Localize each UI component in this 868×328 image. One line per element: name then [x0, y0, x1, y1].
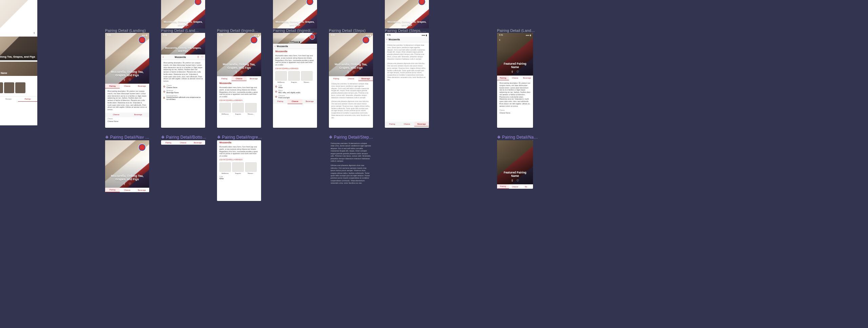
comp-ingredient: Mozzarella Mozzarella takes many forms, … [217, 140, 261, 201]
brand-card[interactable]: Tillamoo… [245, 162, 257, 174]
brands-label: USA MOZZARELLA BRANDS [273, 68, 317, 70]
heart-icon[interactable]: ♡ [240, 71, 243, 74]
chip[interactable] [4, 82, 14, 93]
brands-label: USA MOZZARELLA BRANDS [217, 100, 261, 102]
share-icon[interactable]: ⇧ [123, 182, 126, 186]
tab-cheese[interactable]: Cheese [399, 122, 414, 126]
tab-cheese-2[interactable]: Cheese [105, 112, 127, 117]
heart-icon[interactable]: ♡ [352, 71, 355, 74]
brands-label: USA MOZZARELLA BRANDS [217, 159, 261, 161]
meta-value: White [219, 178, 224, 180]
brand-row: BelGioioso Sargento Tillamoo… [217, 102, 261, 116]
brand-card[interactable]: Tillamoo… [245, 103, 257, 115]
tab-cheese[interactable]: Cheese [509, 76, 521, 80]
label-pd-landing2: Pairing Detail (Land… [161, 28, 199, 33]
tab-beverage[interactable]: Beverage [135, 188, 149, 192]
tab-beverage[interactable]: Beverage [246, 76, 261, 81]
section-tabs: Pairing Cheese Beverage [497, 76, 533, 80]
section-tabs: Pairing Cheese Beverage [217, 76, 261, 81]
nav-bar: ‹ Mozzarella [273, 44, 317, 49]
label-pd-steps2: Pairing Detail (Steps, … [385, 28, 426, 33]
heart-icon[interactable]: ♡ [129, 78, 131, 82]
tab-beverage-2[interactable]: Beverage [127, 112, 149, 117]
tab-pairing[interactable]: Pairing [161, 140, 176, 145]
accomp-meta[interactable]: AccompanimentGravida hendrerit sollicitu… [161, 94, 205, 101]
tab-be[interactable]: Be… [521, 184, 533, 189]
ingredient-desc: Mozzarella takes many forms, from fresh … [217, 144, 261, 159]
heart-icon[interactable]: ♡ [201, 56, 203, 59]
beverage-meta[interactable]: BeverageBeverage Name [161, 89, 205, 94]
ingredient-heading: Mozzarella [217, 81, 261, 85]
section-tabs: Pairing Cheese Be… [497, 184, 533, 189]
tab-beverage[interactable]: Beverage [302, 99, 317, 104]
share-icon[interactable]: ⇧ [511, 70, 514, 74]
tab-beverage[interactable]: Beverage [358, 76, 373, 81]
tab-beverage[interactable]: Beverage [135, 84, 149, 88]
cheese-meta[interactable]: CheeseCheese Name [161, 84, 205, 89]
tab-cheese[interactable]: Cheese [343, 76, 358, 81]
tab-cheese[interactable]: Cheese [176, 140, 190, 145]
cheese-hero-1[interactable]: Mozzarella, Oolong Tea, Grapes, and Figs [0, 37, 37, 60]
steps-p2: Ultrices erat pharetra dignissim duis cr… [331, 164, 371, 184]
tab-pairings[interactable]: Pairings [18, 97, 37, 102]
steps-p2: Ultrices erat pharetra dignissim duis cr… [385, 62, 429, 82]
brand-name: Tillamoo… [245, 172, 257, 174]
back-button[interactable]: ‹ [387, 38, 387, 41]
brand-card[interactable]: BelGioioso [275, 71, 287, 83]
tab-cheese[interactable]: Cheese [120, 188, 134, 192]
brand-card[interactable]: Sargento [232, 162, 244, 174]
tab-beverage[interactable]: Beverage [191, 140, 205, 145]
tab-pairing[interactable]: Pairing [497, 184, 509, 189]
chip[interactable] [0, 82, 3, 93]
tab-cheese[interactable]: Cheese [509, 184, 521, 189]
share-icon[interactable]: ⇧ [347, 71, 350, 74]
chip[interactable] [15, 82, 25, 93]
comp-label-nav: ❖ Pairing Detail/Nav … [105, 135, 149, 140]
brand-card[interactable]: Sargento [232, 103, 244, 115]
brand-card[interactable]: Tillamoo… [301, 71, 313, 83]
cheese-hero-2[interactable]: Featured Pairing Name [0, 62, 37, 76]
tab-recipes[interactable]: Recipes [0, 97, 18, 102]
tab-cheese[interactable]: Cheese [120, 84, 134, 88]
usa-seal-icon [310, 34, 315, 40]
screen-steps-scrolled: 9:41●●● ▮ ‹ Mozzarella Oolong tea overvi… [385, 33, 429, 128]
tab-beverage[interactable]: Beverage [414, 122, 429, 126]
comp-label-step: ❖ Pairing Detail/Step… [329, 135, 373, 140]
brand-card[interactable]: BelGioioso [219, 103, 231, 115]
tab-pairing[interactable]: Pairing [105, 188, 120, 192]
nav-title: Mozzarella [163, 56, 197, 58]
tab-cheese[interactable]: Cheese [288, 99, 302, 104]
brand-name: Sargento [232, 172, 244, 174]
pairs-label: PAIRS WELL WITH [0, 76, 37, 79]
cheese-name: Cheese Name [105, 120, 149, 124]
brand-card[interactable]: BelGioioso [219, 162, 231, 174]
pair-chips [0, 81, 37, 95]
share-icon[interactable]: ⇧ [33, 32, 35, 35]
brand-name: Sargento [288, 81, 300, 83]
screen-landing-featured: 9:41●●● ▮ ‹ Featured Pairing Name ⇧♡ Pai… [497, 33, 533, 128]
share-icon[interactable]: ⇧ [123, 78, 126, 82]
color-meta: ColorWhite [273, 84, 317, 89]
usa-seal-icon [194, 0, 202, 5]
heart-icon[interactable]: ♡ [516, 179, 519, 182]
back-button[interactable]: ‹ [275, 45, 275, 47]
share-icon[interactable]: ⇧ [235, 71, 238, 74]
tab-pairing[interactable]: Pairing [385, 122, 399, 126]
share-icon[interactable]: ⇧ [197, 56, 199, 59]
meta-value: Gravida hendrerit sollicitudin urna volu… [166, 97, 203, 101]
brand-card[interactable]: Sargento [288, 71, 300, 83]
status-time: 9:41 [331, 34, 335, 36]
back-button[interactable]: ‹ [499, 38, 500, 42]
tab-pairing[interactable]: Pairing [497, 76, 509, 80]
tab-pairing[interactable]: Pairing [273, 99, 288, 104]
heart-icon[interactable]: ♡ [129, 182, 131, 186]
tab-cheese[interactable]: Cheese [232, 76, 246, 81]
screen-ingredient-scrolled: 9:41●●● ▮ ‹ Mozzarella Mozzarella Mozzar… [273, 33, 317, 128]
share-icon[interactable]: ⇧ [511, 179, 514, 182]
tab-pairing[interactable]: Pairing [329, 76, 343, 81]
tab-pairing[interactable]: Pairing [105, 84, 120, 88]
comp-pairing-nav-featured: Featured Pairing Name ⇧ ♡ Pairing Cheese… [497, 140, 533, 189]
tab-pairing[interactable]: Pairing [217, 76, 232, 81]
heart-icon[interactable]: ♡ [516, 70, 519, 74]
tab-beverage[interactable]: Beverage [521, 76, 533, 80]
